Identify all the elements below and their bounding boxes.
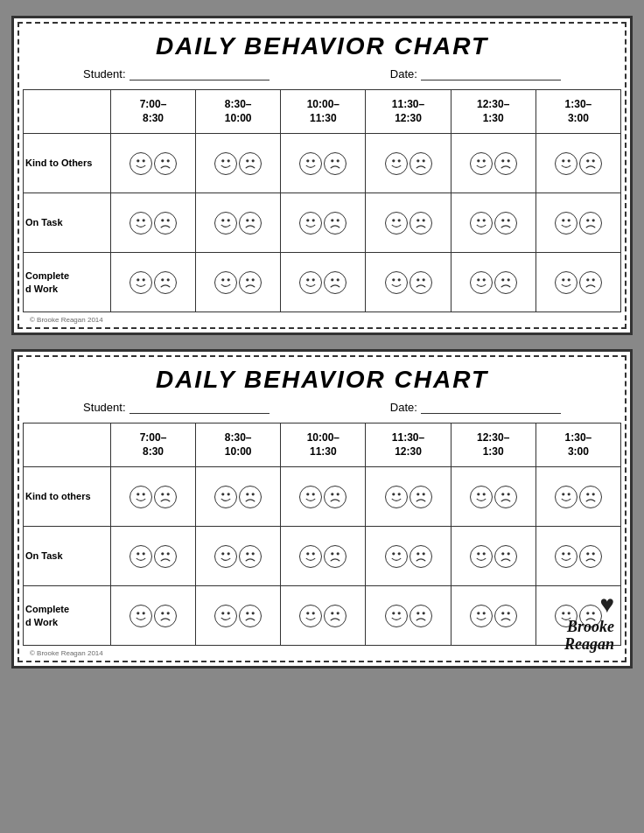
- svg-point-28: [221, 219, 224, 221]
- svg-point-73: [143, 493, 145, 495]
- svg-point-63: [422, 278, 424, 281]
- time-slot-0: 7:00–8:30: [110, 424, 195, 467]
- svg-point-36: [392, 219, 395, 221]
- sad-face: [494, 605, 517, 627]
- sad-face: [324, 605, 346, 627]
- time-slot-3: 11:30–12:30: [366, 424, 451, 467]
- happy-face: [214, 152, 237, 175]
- faces-cell-r0-c0: [110, 467, 195, 527]
- faces-cell-r2-c3: [366, 586, 451, 646]
- svg-point-54: [246, 278, 248, 281]
- svg-point-75: [167, 493, 170, 495]
- svg-point-123: [167, 612, 170, 614]
- behavior-chart-2: Daily Behavior Chart Student: Date: 7:00…: [11, 349, 633, 668]
- student-field: Student:: [83, 401, 269, 414]
- happy-face: [214, 212, 237, 234]
- sad-face: [324, 271, 346, 294]
- faces-cell-r0-c4: [451, 467, 536, 527]
- behavior-table: 7:00–8:308:30–10:0010:00–11:3011:30–12:3…: [23, 423, 621, 646]
- happy-face: [555, 545, 578, 568]
- svg-point-72: [136, 493, 139, 495]
- svg-point-44: [562, 219, 564, 221]
- svg-point-83: [337, 493, 340, 495]
- faces-cell-r2-c3: [366, 253, 451, 312]
- behavior-row-1: On Task: [24, 527, 621, 586]
- svg-point-107: [337, 552, 340, 555]
- sad-face: [154, 271, 177, 294]
- sad-face: [154, 605, 177, 627]
- svg-point-82: [332, 493, 334, 495]
- svg-point-93: [567, 493, 570, 495]
- svg-point-100: [221, 552, 224, 555]
- svg-point-85: [397, 493, 400, 495]
- faces-cell-r0-c2: [281, 467, 366, 527]
- svg-point-24: [136, 219, 139, 221]
- svg-point-113: [482, 552, 485, 555]
- svg-point-33: [312, 219, 315, 221]
- time-slot-3: 11:30–12:30: [366, 90, 451, 134]
- date-input[interactable]: [421, 68, 561, 80]
- svg-point-74: [161, 493, 164, 495]
- svg-point-17: [482, 159, 485, 162]
- svg-point-84: [392, 493, 395, 495]
- time-slot-2: 10:00–11:30: [281, 90, 366, 134]
- svg-point-51: [167, 278, 170, 281]
- sad-face: [579, 545, 602, 568]
- svg-point-112: [477, 552, 480, 555]
- svg-point-125: [228, 612, 230, 614]
- svg-point-96: [136, 552, 139, 555]
- svg-point-67: [507, 278, 509, 281]
- happy-face: [470, 486, 493, 508]
- svg-point-138: [501, 612, 504, 614]
- svg-point-47: [592, 219, 594, 221]
- heart-icon: ♥: [564, 591, 614, 619]
- svg-point-124: [221, 612, 224, 614]
- svg-point-53: [228, 278, 230, 281]
- row-label-2: Completed Work: [24, 253, 111, 312]
- svg-point-132: [392, 612, 395, 614]
- svg-point-139: [507, 612, 509, 614]
- svg-point-115: [507, 552, 509, 555]
- svg-point-130: [332, 612, 334, 614]
- signature-name: BrookeReagan: [564, 618, 614, 653]
- behavior-row-0: Kind to Others: [24, 134, 621, 193]
- student-label: Student:: [83, 67, 125, 80]
- date-label: Date:: [390, 401, 417, 414]
- faces-cell-r0-c1: [196, 467, 281, 527]
- svg-point-131: [337, 612, 340, 614]
- svg-point-40: [477, 219, 480, 221]
- svg-point-135: [422, 612, 424, 614]
- svg-point-56: [307, 278, 310, 281]
- svg-point-58: [332, 278, 334, 281]
- happy-face: [130, 271, 152, 294]
- svg-point-90: [501, 493, 504, 495]
- happy-face: [214, 545, 237, 568]
- student-input[interactable]: [130, 402, 270, 414]
- row-label-1: On Task: [24, 193, 111, 253]
- svg-point-76: [221, 493, 224, 495]
- happy-face: [299, 545, 322, 568]
- svg-point-16: [477, 159, 480, 162]
- student-input[interactable]: [130, 68, 270, 80]
- date-input[interactable]: [421, 402, 561, 414]
- sad-face: [239, 545, 262, 568]
- happy-face: [299, 605, 322, 627]
- svg-point-91: [507, 493, 509, 495]
- time-slot-0: 7:00–8:30: [110, 90, 195, 134]
- svg-point-13: [397, 159, 400, 162]
- svg-point-97: [143, 552, 145, 555]
- svg-point-116: [562, 552, 564, 555]
- svg-point-95: [592, 493, 594, 495]
- faces-cell-r1-c4: [451, 527, 536, 586]
- svg-point-94: [586, 493, 589, 495]
- happy-face: [555, 271, 578, 294]
- happy-face: [470, 605, 493, 627]
- svg-point-80: [307, 493, 310, 495]
- date-label: Date:: [390, 67, 417, 80]
- behavior-chart-1: Daily Behavior Chart Student: Date: 7:00…: [11, 16, 633, 335]
- svg-point-71: [592, 278, 594, 281]
- happy-face: [385, 545, 408, 568]
- svg-point-105: [312, 552, 315, 555]
- student-field: Student:: [83, 67, 269, 80]
- student-date-row: Student: Date:: [23, 401, 621, 414]
